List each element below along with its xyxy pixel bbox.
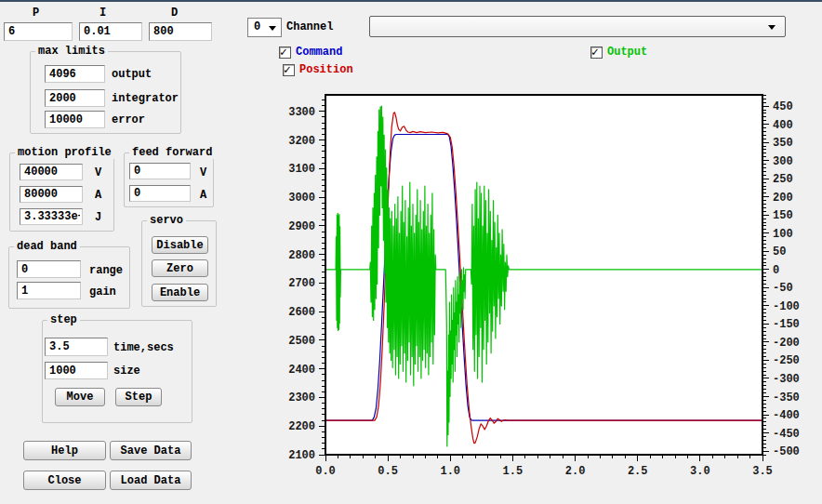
profile-a-input[interactable]	[20, 186, 83, 203]
position-checkbox[interactable]	[283, 64, 295, 76]
d-input[interactable]	[149, 22, 212, 41]
max-error-label: error	[112, 114, 145, 126]
svg-text:-100: -100	[773, 300, 800, 313]
svg-text:2500: 2500	[288, 335, 315, 348]
position-checkbox-label: Position	[299, 64, 353, 76]
svg-text:2900: 2900	[288, 220, 315, 233]
svg-text:-500: -500	[773, 445, 800, 458]
deadband-range-label: range	[89, 265, 123, 277]
i-label: I	[99, 7, 106, 20]
svg-text:0.5: 0.5	[378, 465, 398, 478]
profile-j-input[interactable]	[20, 208, 83, 225]
step-size-input[interactable]	[45, 362, 108, 379]
profile-j-label: J	[95, 212, 101, 224]
move-button[interactable]: Move	[55, 388, 105, 406]
dead-band-title: dead band	[14, 240, 80, 253]
svg-text:2.0: 2.0	[565, 465, 586, 478]
chevron-down-icon	[768, 25, 776, 30]
max-error-input[interactable]	[45, 111, 105, 128]
output-checkbox[interactable]	[590, 46, 603, 59]
svg-text:2400: 2400	[288, 364, 315, 377]
svg-text:1.0: 1.0	[440, 465, 460, 478]
svg-text:-450: -450	[773, 428, 800, 441]
svg-text:450: 450	[773, 100, 793, 113]
svg-text:150: 150	[773, 209, 793, 222]
svg-text:-400: -400	[773, 409, 800, 422]
d-label: D	[171, 7, 178, 20]
max-integrator-label: integrator	[112, 93, 179, 105]
svg-text:3000: 3000	[288, 192, 315, 205]
channel-value: 0	[254, 20, 260, 33]
deadband-gain-input[interactable]	[17, 282, 81, 299]
max-output-input[interactable]	[45, 65, 105, 83]
help-button[interactable]: Help	[23, 441, 106, 460]
svg-text:3.5: 3.5	[752, 465, 773, 478]
servo-disable-button[interactable]: Disable	[152, 236, 208, 254]
svg-text:2300: 2300	[288, 391, 315, 405]
svg-text:2100: 2100	[288, 449, 315, 462]
ff-v-input[interactable]	[129, 163, 191, 179]
channel-select[interactable]: 0	[247, 18, 282, 37]
svg-text:-200: -200	[773, 337, 800, 350]
svg-text:2700: 2700	[288, 277, 315, 290]
svg-text:50: 50	[773, 245, 786, 259]
load-data-button[interactable]: Load Data	[110, 471, 192, 490]
command-checkbox-label: Command	[296, 46, 342, 59]
svg-text:250: 250	[773, 173, 793, 186]
save-data-button[interactable]: Save Data	[110, 441, 192, 460]
motion-profile-title: motion profile	[15, 146, 114, 159]
profile-v-input[interactable]	[20, 164, 83, 180]
step-button[interactable]: Step	[115, 388, 162, 406]
svg-text:2.5: 2.5	[628, 465, 648, 478]
svg-text:-300: -300	[773, 373, 800, 386]
profile-a-label: A	[95, 190, 101, 202]
svg-text:-50: -50	[773, 282, 793, 295]
svg-text:400: 400	[773, 119, 793, 132]
step-time-input[interactable]	[45, 338, 108, 356]
ff-v-label: V	[200, 167, 206, 179]
svg-text:0.0: 0.0	[315, 465, 336, 478]
chevron-down-icon	[269, 26, 276, 31]
servo-title: servo	[147, 214, 186, 227]
svg-text:2800: 2800	[288, 249, 315, 262]
p-label: P	[33, 7, 39, 20]
i-input[interactable]	[79, 22, 142, 41]
profile-v-label: V	[95, 167, 101, 179]
command-checkbox[interactable]	[279, 46, 291, 59]
deadband-gain-label: gain	[89, 286, 116, 298]
svg-text:0: 0	[773, 264, 779, 277]
step-title: step	[47, 313, 80, 326]
output-checkbox-label: Output	[607, 46, 647, 59]
max-output-label: output	[112, 69, 152, 81]
servo-enable-button[interactable]: Enable	[152, 284, 208, 301]
svg-text:3.0: 3.0	[690, 465, 710, 478]
ff-a-label: A	[200, 190, 206, 202]
svg-text:350: 350	[773, 137, 793, 150]
servo-zero-button[interactable]: Zero	[152, 259, 208, 277]
svg-text:-150: -150	[773, 318, 800, 331]
svg-text:3300: 3300	[288, 106, 315, 119]
ff-a-input[interactable]	[129, 185, 191, 202]
svg-text:-350: -350	[773, 391, 800, 405]
deadband-range-input[interactable]	[17, 260, 81, 278]
svg-text:300: 300	[773, 155, 793, 168]
svg-text:1.5: 1.5	[503, 465, 524, 478]
channel-label: Channel	[286, 21, 333, 33]
max-limits-title: max limits	[35, 45, 108, 58]
feed-forward-title: feed forward	[129, 146, 215, 159]
svg-text:3200: 3200	[288, 135, 315, 148]
svg-text:-250: -250	[773, 354, 800, 367]
servo-tuning-window: P I D max limits output integrator error…	[0, 0, 822, 504]
svg-text:2600: 2600	[288, 306, 315, 319]
p-input[interactable]	[4, 22, 73, 41]
step-time-label: time,secs	[113, 342, 174, 354]
max-integrator-input[interactable]	[45, 89, 105, 107]
svg-text:100: 100	[773, 228, 793, 241]
svg-text:2200: 2200	[288, 420, 315, 433]
step-size-label: size	[113, 365, 140, 378]
plot-select[interactable]: Plot: Command, Position, Output Command …	[369, 16, 786, 37]
close-button[interactable]: Close	[23, 471, 106, 490]
svg-text:200: 200	[773, 192, 793, 205]
svg-text:3100: 3100	[288, 163, 315, 176]
